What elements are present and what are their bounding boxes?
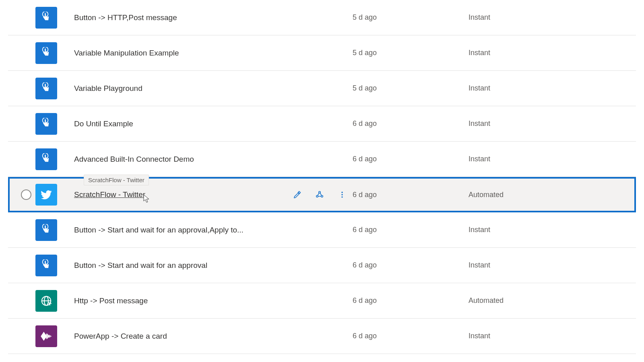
flow-type: Instant: [469, 155, 549, 163]
flow-name[interactable]: Button -> Start and wait for an approval: [74, 261, 283, 270]
button-icon: [35, 42, 57, 64]
flow-row[interactable]: Button -> HTTP,Post message5 d agoInstan…: [8, 0, 636, 35]
svg-point-10: [341, 196, 343, 197]
flow-name[interactable]: Button -> HTTP,Post message: [74, 13, 283, 22]
flow-name[interactable]: Variable Manipulation Example: [74, 49, 283, 58]
row-actions: [283, 189, 348, 200]
flow-row[interactable]: PowerApp -> Create a card6 d agoInstant: [8, 319, 636, 354]
flow-row[interactable]: Do Until Example6 d agoInstant: [8, 106, 636, 142]
svg-point-8: [341, 192, 343, 193]
button-icon: [35, 7, 57, 29]
cursor-icon: [142, 194, 151, 204]
flow-type: Instant: [469, 119, 549, 128]
svg-point-6: [316, 195, 318, 197]
modified-time: 6 d ago: [348, 296, 469, 305]
flow-name[interactable]: Http -> Post message: [74, 296, 283, 305]
flow-row[interactable]: Http -> Post message6 d agoAutomated: [8, 283, 636, 319]
svg-point-9: [341, 194, 343, 195]
button-icon: [35, 255, 57, 276]
flow-row[interactable]: Button -> Start and wait for an approval…: [8, 212, 636, 248]
flow-row[interactable]: Variable Manipulation Example5 d agoInst…: [8, 35, 636, 71]
flow-type: Instant: [469, 84, 549, 93]
flow-type: Instant: [469, 332, 549, 340]
flow-name[interactable]: Advanced Built-In Connector Demo: [74, 155, 283, 164]
more-icon[interactable]: [336, 189, 348, 200]
share-icon[interactable]: [314, 189, 325, 200]
flow-type: Instant: [469, 49, 549, 57]
modified-time: 5 d ago: [348, 84, 469, 93]
button-icon: [35, 78, 57, 99]
flow-row[interactable]: Advanced Built-In Connector Demo6 d agoI…: [8, 142, 636, 177]
modified-time: 6 d ago: [348, 155, 469, 163]
modified-time: 5 d ago: [348, 13, 469, 22]
flow-row[interactable]: Variable Playground5 d agoInstant: [8, 71, 636, 106]
flow-row[interactable]: Button -> Start and wait for an approval…: [8, 248, 636, 283]
powerapps-icon: [35, 325, 57, 347]
modified-time: 6 d ago: [348, 332, 469, 340]
flow-row[interactable]: ScratchFlow - Twitter6 d agoAutomatedScr…: [8, 177, 636, 212]
modified-time: 6 d ago: [348, 226, 469, 234]
flow-name[interactable]: Button -> Start and wait for an approval…: [74, 226, 283, 234]
http-icon: [35, 290, 57, 312]
edit-icon[interactable]: [291, 189, 303, 200]
button-icon: [35, 219, 57, 241]
svg-point-7: [321, 195, 323, 197]
flow-type: Automated: [469, 191, 549, 199]
flow-name[interactable]: Variable Playground: [74, 84, 283, 93]
svg-point-5: [319, 191, 320, 193]
flow-type: Instant: [469, 261, 549, 269]
twitter-icon: [35, 184, 57, 206]
flow-type: Automated: [469, 296, 549, 305]
name-tooltip: ScratchFlow - Twitter: [84, 175, 149, 185]
flow-name[interactable]: PowerApp -> Create a card: [74, 332, 283, 341]
modified-time: 6 d ago: [348, 119, 469, 128]
button-icon: [35, 148, 57, 170]
button-icon: [35, 113, 57, 135]
select-radio[interactable]: [21, 189, 31, 200]
modified-time: 6 d ago: [348, 261, 469, 269]
flow-type: Instant: [469, 226, 549, 234]
modified-time: 5 d ago: [348, 49, 469, 57]
flow-name[interactable]: Do Until Example: [74, 119, 283, 128]
flow-name[interactable]: ScratchFlow - Twitter: [74, 190, 283, 199]
modified-time: 6 d ago: [348, 191, 469, 199]
flow-type: Instant: [469, 13, 549, 22]
